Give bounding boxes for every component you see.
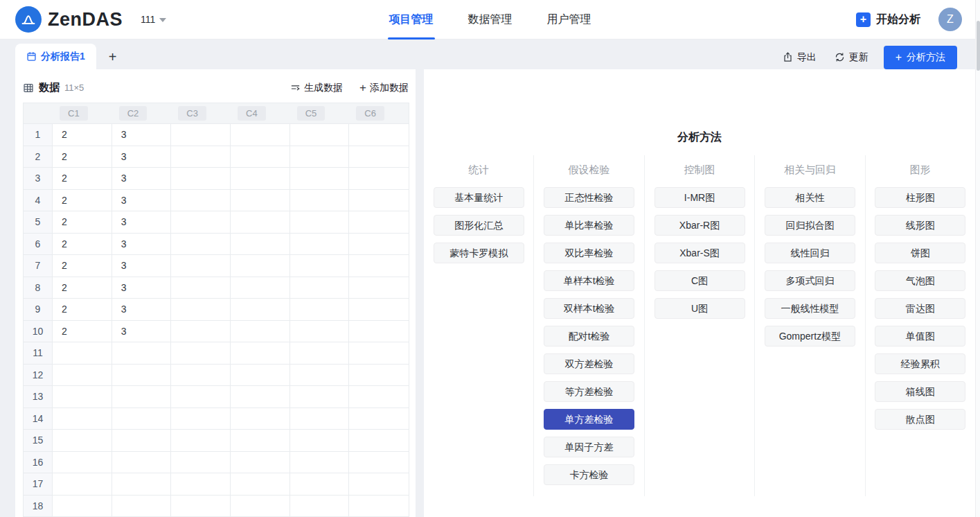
method-button[interactable]: 柱形图 (875, 187, 965, 208)
add-data-button[interactable]: + 添加数据 (359, 82, 409, 94)
nav-tab[interactable]: 用户管理 (546, 0, 593, 40)
method-button[interactable]: 箱线图 (875, 381, 965, 402)
row-number[interactable]: 1 (24, 124, 53, 146)
sheet-cell[interactable] (349, 321, 409, 343)
row-number[interactable]: 3 (24, 168, 53, 190)
sheet-cell[interactable] (231, 234, 290, 256)
row-number[interactable]: 11 (24, 342, 53, 365)
row-number[interactable]: 10 (24, 321, 53, 343)
sheet-cell[interactable] (171, 342, 231, 365)
column-header[interactable]: C4 (231, 103, 290, 124)
sheet-cell[interactable] (171, 408, 231, 430)
sheet-cell[interactable]: 3 (112, 190, 172, 212)
workspace-selector[interactable]: 111 (141, 14, 166, 25)
method-button[interactable]: 配对t检验 (544, 326, 634, 347)
sheet-corner-cell[interactable] (24, 103, 53, 124)
sheet-cell[interactable] (231, 146, 290, 168)
sheet-cell[interactable]: 3 (112, 321, 172, 343)
method-button[interactable]: 相关性 (765, 187, 855, 208)
sheet-cell[interactable] (290, 277, 350, 299)
method-button[interactable]: 雷达图 (875, 298, 965, 319)
sheet-cell[interactable] (171, 168, 231, 190)
method-button[interactable]: 双方差检验 (544, 353, 634, 374)
sheet-cell[interactable] (231, 211, 290, 234)
method-button[interactable]: 线性回归 (765, 243, 855, 263)
method-button[interactable]: 等方差检验 (544, 381, 634, 402)
sheet-cell[interactable] (171, 365, 231, 387)
column-header[interactable]: C6 (349, 103, 409, 124)
sheet-cell[interactable]: 2 (53, 124, 112, 146)
sheet-cell[interactable] (231, 168, 290, 190)
method-button[interactable]: 正态性检验 (544, 187, 634, 208)
sheet-cell[interactable] (231, 473, 290, 496)
sheet-cell[interactable]: 3 (112, 234, 172, 256)
method-button[interactable]: 单方差检验 (544, 409, 634, 430)
sheet-cell[interactable]: 2 (53, 277, 112, 299)
sheet-cell[interactable] (231, 365, 290, 387)
sheet-cell[interactable] (349, 430, 409, 452)
sheet-cell[interactable] (112, 473, 172, 496)
method-button[interactable]: 多项式回归 (765, 270, 855, 291)
row-number[interactable]: 18 (24, 496, 53, 517)
sheet-cell[interactable] (349, 365, 409, 387)
sheet-cell[interactable] (231, 496, 290, 517)
row-number[interactable]: 15 (24, 430, 53, 452)
sheet-cell[interactable] (349, 452, 409, 474)
row-number[interactable]: 13 (24, 386, 53, 408)
row-number[interactable]: 5 (24, 211, 53, 234)
sheet-cell[interactable] (231, 190, 290, 212)
sheet-cell[interactable]: 2 (53, 299, 112, 321)
sheet-cell[interactable] (290, 408, 350, 430)
sheet-cell[interactable]: 3 (112, 146, 172, 168)
method-button[interactable]: 线形图 (875, 215, 965, 236)
row-number[interactable]: 6 (24, 234, 53, 256)
sheet-cell[interactable] (53, 473, 112, 496)
method-button[interactable]: 基本量统计 (434, 187, 524, 208)
sheet-cell[interactable]: 2 (53, 168, 112, 190)
sheet-cell[interactable] (53, 496, 112, 517)
sheet-cell[interactable] (53, 365, 112, 387)
sheet-cell[interactable] (231, 321, 290, 343)
sheet-cell[interactable] (290, 321, 350, 343)
method-button[interactable]: I-MR图 (654, 187, 745, 208)
row-number[interactable]: 4 (24, 190, 53, 212)
sheet-cell[interactable] (290, 299, 350, 321)
method-button[interactable]: 卡方检验 (544, 464, 634, 485)
sheet-cell[interactable] (171, 321, 231, 343)
start-analysis-button[interactable]: + 开始分析 (856, 12, 920, 27)
row-number[interactable]: 9 (24, 299, 53, 321)
sheet-cell[interactable] (112, 430, 172, 452)
row-number[interactable]: 17 (24, 473, 53, 496)
sheet-cell[interactable] (349, 168, 409, 190)
sheet-cell[interactable] (231, 386, 290, 408)
nav-tab[interactable]: 数据管理 (467, 0, 514, 40)
method-button[interactable]: 双比率检验 (544, 243, 634, 263)
method-button[interactable]: 散点图 (875, 409, 965, 430)
sheet-cell[interactable] (171, 277, 231, 299)
scrollbar-thumb[interactable] (977, 21, 980, 71)
sheet-cell[interactable] (290, 234, 350, 256)
column-header[interactable]: C3 (171, 103, 231, 124)
sheet-cell[interactable] (349, 342, 409, 365)
sheet-cell[interactable]: 2 (53, 321, 112, 343)
user-avatar[interactable]: Z (938, 8, 962, 31)
sheet-cell[interactable] (171, 211, 231, 234)
sheet-cell[interactable] (290, 168, 350, 190)
nav-tab[interactable]: 项目管理 (388, 0, 435, 40)
tab-report-1[interactable]: 分析报告1 (15, 44, 96, 69)
sheet-cell[interactable] (171, 234, 231, 256)
sheet-cell[interactable] (112, 365, 172, 387)
sheet-cell[interactable]: 2 (53, 255, 112, 277)
sheet-cell[interactable] (171, 473, 231, 496)
page-scrollbar[interactable] (975, 0, 980, 517)
sheet-cell[interactable] (231, 255, 290, 277)
sheet-cell[interactable] (171, 496, 231, 517)
method-button[interactable]: 经验累积 (875, 353, 965, 374)
sheet-cell[interactable] (171, 299, 231, 321)
sheet-cell[interactable] (112, 452, 172, 474)
sheet-cell[interactable] (349, 496, 409, 517)
sheet-cell[interactable] (290, 124, 350, 146)
method-button[interactable]: 饼图 (875, 243, 965, 263)
sheet-cell[interactable] (290, 146, 350, 168)
sheet-cell[interactable] (349, 211, 409, 234)
